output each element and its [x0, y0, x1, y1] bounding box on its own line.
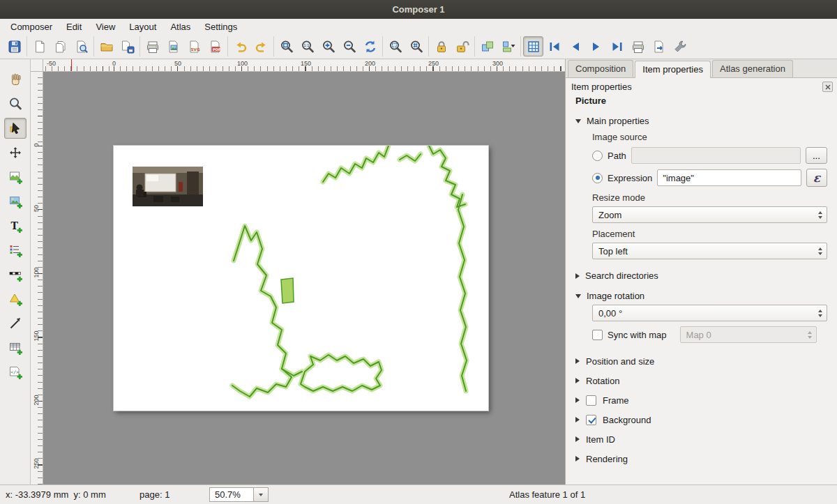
export-image-button[interactable] [163, 36, 183, 56]
panel-close-button[interactable] [822, 82, 833, 92]
picture-item[interactable] [133, 167, 203, 206]
resize-mode-select[interactable]: Zoom [592, 206, 827, 223]
item-id-section[interactable]: Item ID [575, 429, 827, 449]
position-and-size-section[interactable]: Position and size [575, 351, 827, 371]
tab-composition[interactable]: Composition [568, 60, 633, 77]
move-arrows-icon [8, 145, 23, 160]
expand-triangle-icon [575, 417, 580, 422]
tab-item-properties[interactable]: Item properties [635, 61, 711, 78]
zoom-control: 50.7% [209, 485, 269, 504]
sync-map-select[interactable]: Map 0 [680, 326, 817, 343]
panel-tabs: CompositionItem propertiesAtlas generati… [566, 59, 837, 78]
rendering-section[interactable]: Rendering [575, 449, 827, 468]
main-properties-header[interactable]: Main properties [575, 116, 827, 126]
selected-atlas-feature[interactable] [281, 278, 294, 303]
align-items-button[interactable] [498, 36, 518, 56]
path-radio[interactable] [592, 151, 603, 161]
add-scalebar-tool[interactable] [4, 264, 27, 285]
frame-section[interactable]: Frame [575, 390, 827, 410]
atlas-preview-toggle[interactable] [523, 36, 543, 56]
section-checkbox[interactable] [586, 395, 596, 406]
zoom-to-selection-button[interactable] [385, 36, 405, 56]
export-svg-button[interactable] [184, 36, 204, 56]
export-atlas-button[interactable] [649, 36, 669, 56]
ruler-label: 150 [301, 60, 311, 67]
expand-triangle-icon [575, 397, 580, 403]
menu-item[interactable]: Layout [123, 20, 163, 33]
atlas-last-feature-button[interactable] [607, 36, 627, 56]
export-svg-icon [187, 39, 202, 54]
add-table-tool[interactable] [4, 337, 27, 358]
menu-item[interactable]: Settings [198, 20, 243, 33]
expression-builder-button[interactable]: ε [806, 169, 827, 187]
expression-radio[interactable] [592, 173, 603, 183]
search-directories-header[interactable]: Search directories [575, 270, 827, 281]
section-checkbox[interactable] [586, 415, 596, 425]
first-feature-icon [547, 39, 562, 54]
workspace [43, 72, 565, 484]
export-pdf-button[interactable] [205, 36, 225, 56]
expression-input[interactable]: "image" [657, 169, 801, 186]
menu-item[interactable]: View [89, 20, 121, 33]
zoom-out-button[interactable] [339, 36, 359, 56]
print-atlas-button[interactable] [628, 36, 648, 56]
atlas-next-feature-button[interactable] [586, 36, 606, 56]
duplicate-composer-button[interactable] [50, 36, 70, 56]
zoom-in-button[interactable] [318, 36, 338, 56]
ruler-label: 200 [33, 394, 40, 406]
pan-tool[interactable] [4, 69, 27, 90]
move-item-content-tool[interactable] [4, 142, 27, 163]
load-template-button[interactable] [96, 36, 116, 56]
section-label: Position and size [586, 356, 654, 367]
composer-manager-button[interactable] [71, 36, 91, 56]
atlas-first-feature-button[interactable] [544, 36, 564, 56]
add-map-tool[interactable] [4, 167, 27, 188]
zoom-full-button[interactable] [276, 36, 296, 56]
rotation-angle-input[interactable]: 0,00 ° [592, 305, 827, 321]
undo-button[interactable] [230, 36, 250, 56]
zoom-actual-button[interactable] [297, 36, 317, 56]
menu-item[interactable]: Composer [4, 20, 59, 33]
zoom-to-region-button[interactable] [406, 36, 426, 56]
add-label-tool[interactable] [4, 215, 27, 236]
add-shape-tool[interactable] [4, 289, 27, 310]
unlock-icon [455, 39, 470, 54]
lock-items-button[interactable] [431, 36, 451, 56]
browse-button[interactable]: ... [806, 147, 827, 164]
undo-icon [233, 39, 248, 54]
sync-with-map-checkbox[interactable] [592, 330, 603, 340]
refresh-view-button[interactable] [360, 36, 380, 56]
menu-item[interactable]: Atlas [164, 20, 197, 33]
tab-atlas-generation[interactable]: Atlas generation [712, 60, 793, 77]
path-input[interactable] [631, 147, 801, 164]
atlas-settings-button[interactable] [670, 36, 690, 56]
add-arrow-tool[interactable] [4, 313, 27, 334]
add-image-tool[interactable] [4, 191, 27, 212]
save-template-icon [120, 39, 135, 54]
group-items-button[interactable] [477, 36, 497, 56]
resize-mode-label: Resize mode [592, 192, 827, 203]
add-legend-tool[interactable] [4, 240, 27, 261]
section-label: Frame [603, 395, 629, 406]
zoom-dropdown-button[interactable] [254, 487, 269, 502]
print-button[interactable] [142, 36, 163, 56]
section-label: Background [603, 415, 651, 425]
save-project-button[interactable] [4, 36, 24, 56]
zoom-level-input[interactable]: 50.7% [209, 487, 254, 502]
ruler-label: 50 [174, 60, 181, 67]
select-move-item-tool[interactable] [4, 118, 27, 139]
add-html-tool[interactable] [4, 362, 27, 383]
redo-button[interactable] [251, 36, 271, 56]
save-template-button[interactable] [117, 36, 137, 56]
rotation-section[interactable]: Rotation [575, 371, 827, 390]
zoom-tool[interactable] [4, 93, 27, 114]
new-composer-button[interactable] [29, 36, 50, 56]
background-section[interactable]: Background [575, 410, 827, 429]
menu-item[interactable]: Edit [60, 20, 88, 33]
unlock-items-button[interactable] [452, 36, 472, 56]
image-rotation-header[interactable]: Image rotation [575, 291, 827, 301]
atlas-previous-feature-button[interactable] [565, 36, 585, 56]
placement-select[interactable]: Top left [592, 243, 827, 259]
composition-page[interactable] [114, 146, 488, 411]
ruler-label: 250 [428, 60, 439, 67]
